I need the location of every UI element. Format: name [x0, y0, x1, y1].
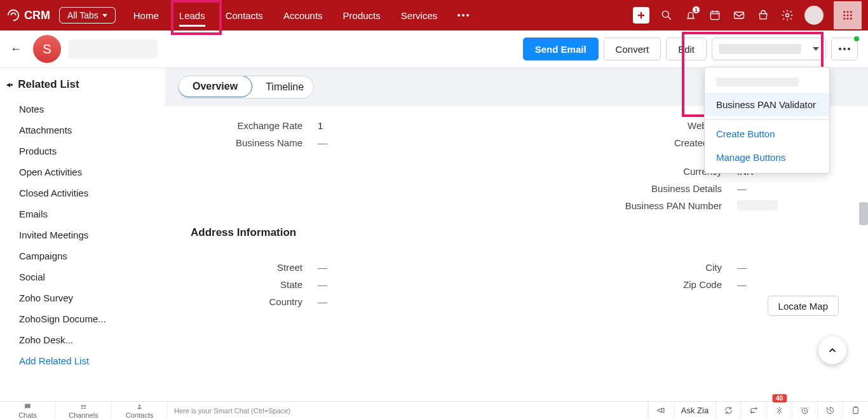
alarm-icon[interactable] [792, 402, 817, 419]
app-switcher-icon[interactable] [834, 1, 862, 29]
scroll-top-button[interactable] [818, 336, 846, 364]
more-actions-button[interactable] [831, 38, 858, 60]
tab-overview[interactable]: Overview [178, 76, 252, 97]
related-open-activities[interactable]: Open Activities [6, 161, 159, 182]
label-state: State [191, 279, 318, 290]
svg-point-6 [850, 11, 852, 13]
app-logo: CRM [6, 8, 50, 22]
store-icon[interactable] [756, 8, 770, 22]
bottom-channels[interactable]: Channels [56, 402, 112, 419]
value-street: — [318, 262, 327, 273]
contacts-icon [135, 402, 144, 411]
tab-leads[interactable]: Leads [179, 0, 205, 31]
related-social[interactable]: Social [6, 266, 159, 287]
svg-point-15 [139, 404, 140, 406]
user-avatar[interactable] [804, 6, 824, 25]
tab-home[interactable]: Home [133, 0, 159, 31]
value-business-pan [737, 200, 778, 210]
bottom-channels-label: Channels [69, 411, 98, 419]
ask-zia-button[interactable]: Ask Zia [674, 402, 715, 419]
notification-badge: 1 [692, 6, 700, 14]
announce-icon[interactable] [648, 402, 674, 419]
bottom-chats[interactable]: Chats [0, 402, 56, 419]
smart-chat-input[interactable]: Here is your Smart Chat (Ctrl+Space) [168, 402, 648, 419]
value-state: — [318, 279, 327, 290]
label-city: City [534, 262, 737, 273]
label-street: Street [191, 262, 318, 273]
svg-point-4 [843, 11, 845, 13]
related-notes[interactable]: Notes [6, 99, 159, 120]
bottom-icons: Ask Zia 40 [648, 402, 868, 419]
mail-icon[interactable] [732, 8, 746, 22]
menu-item-bpv[interactable]: Business PAN Validator [705, 93, 829, 116]
value-country: — [318, 296, 327, 307]
menu-item-masked[interactable] [705, 71, 829, 93]
related-products[interactable]: Products [6, 141, 159, 161]
scrollbar[interactable] [859, 98, 868, 352]
zoho-icon [6, 8, 20, 22]
menu-create-button[interactable]: Create Button [705, 122, 829, 146]
bottom-chats-label: Chats [18, 411, 37, 419]
svg-rect-1 [710, 11, 719, 20]
global-add-button[interactable] [633, 7, 649, 24]
menu-manage-buttons[interactable]: Manage Buttons [705, 146, 829, 169]
app-name: CRM [24, 9, 50, 22]
tab-contacts[interactable]: Contacts [226, 0, 263, 31]
tab-services[interactable]: Services [401, 0, 438, 31]
value-city: — [737, 262, 747, 273]
svg-point-0 [662, 11, 668, 17]
tab-timeline[interactable]: Timeline [252, 76, 314, 98]
related-zoho-survey[interactable]: Zoho Survey [6, 287, 159, 308]
svg-point-12 [850, 18, 852, 20]
svg-point-9 [850, 15, 852, 17]
related-campaigns[interactable]: Campaigns [6, 245, 159, 266]
clipboard-icon[interactable] [843, 402, 868, 419]
tabs-more-icon[interactable] [458, 14, 469, 17]
svg-point-13 [81, 404, 83, 406]
bottom-contacts[interactable]: Contacts [112, 402, 168, 419]
svg-rect-17 [853, 408, 858, 414]
locate-map-button[interactable]: Locate Map [768, 296, 839, 316]
label-business-pan: Business PAN Number [534, 200, 737, 212]
send-email-button[interactable]: Send Email [523, 38, 599, 60]
section-address: Address Information [191, 226, 843, 239]
svg-point-3 [786, 14, 789, 17]
label-business-name: Business Name [191, 137, 318, 160]
bottom-bar: Chats Channels Contacts Here is your Sma… [0, 401, 868, 419]
notification-icon[interactable]: 1 [684, 8, 698, 22]
related-closed-activities[interactable]: Closed Activities [6, 182, 159, 203]
segment-control: Overview Timeline [178, 76, 314, 99]
refresh-icon[interactable] [715, 402, 741, 419]
related-attachments[interactable]: Attachments [6, 120, 159, 141]
collapse-icon[interactable]: ◂▪ [6, 80, 13, 89]
related-emails[interactable]: Emails [6, 203, 159, 224]
related-zohosign-docs[interactable]: ZohoSign Docume... [6, 308, 159, 329]
add-related-list[interactable]: Add Related List [6, 350, 159, 371]
record-header: ← S Send Email Convert Edit [0, 31, 868, 67]
svg-point-11 [847, 18, 849, 20]
convert-button[interactable]: Convert [604, 38, 661, 60]
calendar-icon[interactable] [708, 8, 722, 22]
lead-avatar: S [33, 35, 61, 63]
related-zoho-desk[interactable]: Zoho Desk... [6, 329, 159, 350]
channels-icon [79, 402, 88, 411]
tab-products[interactable]: Products [343, 0, 381, 31]
custom-button-dropdown[interactable] [712, 38, 826, 60]
related-list-pane: ◂▪ Related List Notes Attachments Produc… [0, 68, 165, 401]
related-invited-meetings[interactable]: Invited Meetings [6, 224, 159, 245]
label-exchange-rate: Exchange Rate [191, 120, 318, 131]
all-tabs-label: All Tabs [67, 10, 98, 20]
history-icon[interactable] [817, 402, 843, 419]
edit-button[interactable]: Edit [666, 38, 707, 60]
related-list-header: ◂▪ Related List [6, 78, 159, 91]
sync-icon[interactable] [741, 402, 766, 419]
zia-icon[interactable]: 40 [766, 402, 792, 419]
all-tabs-button[interactable]: All Tabs [59, 7, 116, 24]
tab-accounts[interactable]: Accounts [283, 0, 323, 31]
search-icon[interactable] [660, 8, 674, 22]
label-country: Country [191, 296, 318, 307]
back-arrow-icon[interactable]: ← [10, 43, 22, 56]
gear-icon[interactable] [780, 8, 794, 22]
svg-rect-2 [735, 12, 744, 18]
menu-separator [705, 119, 829, 120]
